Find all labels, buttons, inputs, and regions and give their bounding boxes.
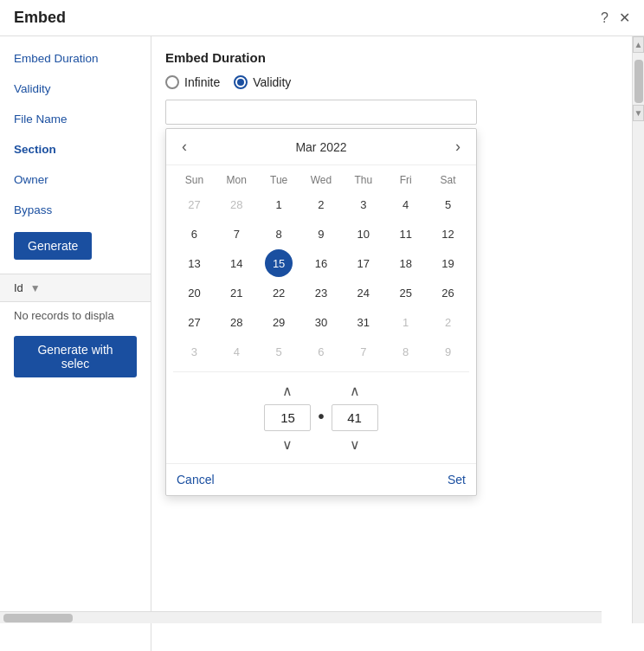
- dialog-header: Embed ? ✕: [0, 0, 644, 36]
- calendar-nav: ‹ Mar 2022 ›: [166, 129, 476, 165]
- day-header-tue: Tue: [258, 171, 300, 190]
- calendar-day[interactable]: 31: [350, 308, 377, 336]
- calendar-day[interactable]: 8: [265, 220, 293, 248]
- calendar-day[interactable]: 29: [265, 308, 293, 336]
- generate-with-select-button[interactable]: Generate with selec: [14, 336, 137, 377]
- cancel-button[interactable]: Cancel: [177, 473, 215, 487]
- calendar-day[interactable]: 1: [265, 190, 293, 218]
- day-header-sat: Sat: [427, 171, 469, 190]
- scroll-thumb[interactable]: [634, 60, 643, 103]
- hour-value[interactable]: 15: [264, 404, 311, 431]
- radio-validity-label: Validity: [253, 75, 291, 89]
- scroll-up-button[interactable]: ▲: [633, 36, 644, 53]
- calendar-day[interactable]: 11: [392, 220, 420, 248]
- calendar-day[interactable]: 17: [350, 249, 377, 277]
- calendar-day[interactable]: 28: [222, 308, 250, 336]
- radio-infinite-label: Infinite: [184, 75, 220, 89]
- calendar-week-row: 272829303112: [173, 307, 469, 337]
- set-button[interactable]: Set: [448, 473, 466, 487]
- calendar-day[interactable]: 28: [222, 190, 250, 218]
- calendar-day[interactable]: 5: [265, 338, 293, 365]
- calendar-day[interactable]: 13: [180, 249, 208, 277]
- generate-button[interactable]: Generate: [14, 232, 92, 260]
- radio-row: Infinite Validity: [165, 75, 630, 89]
- calendar-day[interactable]: 4: [392, 190, 420, 218]
- calendar-day[interactable]: 25: [392, 279, 420, 306]
- calendar-day[interactable]: 4: [222, 338, 250, 365]
- calendar-day[interactable]: 18: [392, 249, 420, 277]
- calendar-day[interactable]: 26: [435, 279, 462, 306]
- time-colon: •: [318, 407, 324, 427]
- horizontal-scrollbar[interactable]: [0, 611, 602, 623]
- sidebar-item-embed-duration[interactable]: Embed Duration: [0, 43, 151, 74]
- calendar-day[interactable]: 15: [265, 249, 293, 277]
- calendar-week-row: 3456789: [173, 337, 469, 366]
- radio-circle-validity: [234, 75, 248, 89]
- calendar-day[interactable]: 16: [307, 249, 335, 277]
- scroll-down-button[interactable]: ▼: [633, 105, 644, 121]
- sidebar-item-owner[interactable]: Owner: [0, 164, 151, 195]
- dialog-title: Embed: [14, 9, 66, 27]
- radio-validity[interactable]: Validity: [234, 75, 291, 89]
- calendar-day[interactable]: 21: [222, 279, 250, 306]
- day-header-fri: Fri: [384, 171, 427, 190]
- calendar-day[interactable]: 27: [180, 308, 208, 336]
- minute-up-button[interactable]: ∧: [350, 383, 360, 399]
- time-picker: ∧ 15 ∨ • ∧ 41 ∨: [166, 372, 476, 463]
- calendar-day[interactable]: 3: [180, 338, 208, 365]
- close-icon[interactable]: ✕: [619, 10, 630, 26]
- calendar-day[interactable]: 1: [392, 308, 420, 336]
- day-header-wed: Wed: [300, 171, 343, 190]
- calendar-day[interactable]: 23: [307, 279, 335, 306]
- calendar-day[interactable]: 7: [350, 338, 377, 365]
- day-header-sun: Sun: [173, 171, 216, 190]
- calendar-day[interactable]: 12: [435, 220, 462, 248]
- radio-infinite[interactable]: Infinite: [165, 75, 220, 89]
- calendar-day[interactable]: 6: [180, 220, 208, 248]
- calendar-day[interactable]: 27: [180, 190, 208, 218]
- sidebar-item-file-name[interactable]: File Name: [0, 104, 151, 134]
- calendar-day[interactable]: 2: [307, 190, 335, 218]
- sidebar-item-section[interactable]: Section: [0, 134, 151, 164]
- minute-down-button[interactable]: ∨: [350, 436, 360, 453]
- day-header-mon: Mon: [216, 171, 258, 190]
- calendar-day[interactable]: 7: [222, 220, 250, 248]
- next-month-button[interactable]: ›: [450, 138, 466, 156]
- calendar-week-row: 13141516171819: [173, 248, 469, 278]
- right-scrollbar[interactable]: ▲ ▼: [632, 36, 644, 623]
- calendar-day[interactable]: 2: [435, 308, 462, 336]
- calendar-day[interactable]: 24: [350, 279, 377, 306]
- calendar-day[interactable]: 8: [392, 338, 420, 365]
- calendar-week-row: 272812345: [173, 190, 469, 219]
- calendar-week-row: 6789101112: [173, 219, 469, 248]
- month-label[interactable]: Mar 2022: [295, 140, 346, 154]
- calendar-weeks: 2728123456789101112131415161718192021222…: [173, 190, 469, 366]
- calendar-day[interactable]: 30: [307, 308, 335, 336]
- calendar-day[interactable]: 3: [350, 190, 377, 218]
- header-icons: ? ✕: [601, 10, 630, 26]
- calendar-day[interactable]: 9: [307, 220, 335, 248]
- calendar-day[interactable]: 10: [350, 220, 377, 248]
- sidebar-item-validity[interactable]: Validity: [0, 74, 151, 104]
- h-scroll-thumb[interactable]: [3, 614, 73, 622]
- calendar-day[interactable]: 5: [435, 190, 462, 218]
- calendar-day[interactable]: 20: [180, 279, 208, 306]
- hour-down-button[interactable]: ∨: [282, 436, 293, 453]
- embed-duration-label: Embed Duration: [165, 50, 630, 65]
- hour-col: ∧ 15 ∨: [264, 383, 311, 453]
- calendar-day[interactable]: 9: [435, 338, 462, 365]
- help-icon[interactable]: ?: [601, 10, 609, 26]
- calendar-footer: Cancel Set: [166, 463, 476, 495]
- prev-month-button[interactable]: ‹: [177, 138, 192, 156]
- calendar-day[interactable]: 6: [307, 338, 335, 365]
- calendar-day[interactable]: 22: [265, 279, 293, 306]
- calendar-day[interactable]: 19: [435, 249, 462, 277]
- calendar-grid: Sun Mon Tue Wed Thu Fri Sat 272812345678…: [166, 165, 476, 371]
- minute-value[interactable]: 41: [332, 404, 378, 431]
- calendar-day[interactable]: 14: [222, 249, 250, 277]
- hour-up-button[interactable]: ∧: [282, 383, 293, 399]
- sidebar-item-bypass[interactable]: Bypass: [0, 195, 151, 225]
- table-header: Id ▼: [0, 274, 151, 302]
- filter-icon[interactable]: ▼: [30, 282, 41, 294]
- date-input[interactable]: [165, 100, 477, 125]
